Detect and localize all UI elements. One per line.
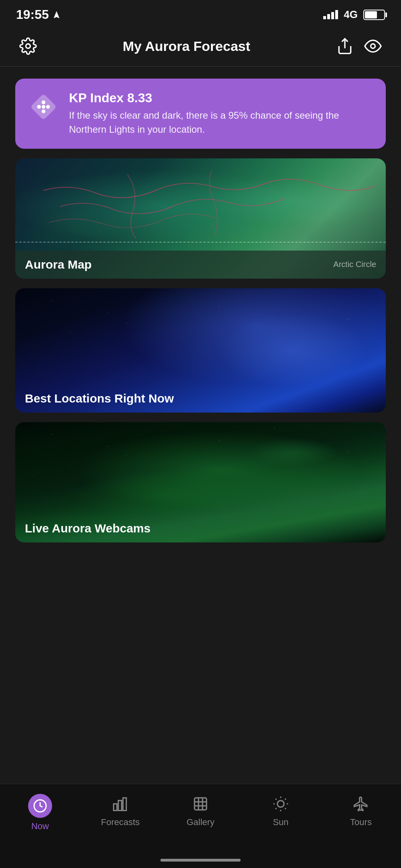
tab-gallery-label: Gallery [186, 817, 215, 828]
now-icon [28, 794, 52, 818]
tab-gallery[interactable]: Gallery [160, 791, 241, 828]
svg-point-2 [371, 44, 375, 49]
tab-sun-label: Sun [273, 817, 288, 828]
tab-forecasts[interactable]: Forecasts [80, 791, 160, 828]
signal-bar-2 [327, 14, 330, 19]
status-time: 19:55 [16, 7, 61, 22]
webcams-label-bar: Live Aurora Webcams [15, 514, 386, 542]
tab-bar: Now Forecasts Gallery [0, 784, 401, 868]
eye-icon [364, 37, 382, 55]
sun-icon [273, 796, 289, 812]
settings-button[interactable] [16, 34, 40, 58]
kp-description: If the sky is clear and dark, there is a… [69, 109, 374, 137]
svg-rect-10 [113, 804, 117, 811]
svg-line-17 [275, 799, 276, 799]
header: My Aurora Forecast [0, 26, 401, 66]
home-indicator [160, 859, 241, 862]
airplane-icon [353, 796, 369, 812]
svg-line-22 [285, 799, 286, 799]
svg-point-0 [26, 44, 30, 49]
status-bar: 19:55 4G [0, 0, 401, 26]
svg-point-14 [277, 801, 284, 807]
aurora-map-card[interactable]: Aurora Map Arctic Circle [15, 158, 386, 279]
gallery-icon [190, 794, 211, 814]
svg-point-5 [46, 105, 50, 108]
status-right: 4G [323, 8, 385, 21]
clock-icon [33, 799, 47, 813]
tab-now[interactable]: Now [0, 791, 80, 832]
kp-text-area: KP Index 8.33 If the sky is clear and da… [69, 91, 374, 137]
gear-icon [19, 37, 37, 55]
tab-sun[interactable]: Sun [241, 791, 321, 828]
live-webcams-card[interactable]: Live Aurora Webcams [15, 422, 386, 542]
locations-label-bar: Best Locations Right Now [15, 384, 386, 413]
bar-chart-icon [112, 796, 128, 812]
map-label-bar: Aurora Map Arctic Circle [15, 251, 386, 279]
page-title: My Aurora Forecast [40, 38, 333, 54]
visibility-button[interactable] [361, 34, 385, 58]
tab-now-label: Now [31, 821, 49, 832]
svg-line-21 [275, 808, 276, 809]
webcams-card-label: Live Aurora Webcams [25, 522, 150, 535]
tab-forecasts-label: Forecasts [101, 817, 140, 828]
signal-bars [323, 10, 338, 19]
share-icon [336, 37, 354, 55]
kp-title: KP Index 8.33 [69, 91, 374, 105]
svg-point-7 [41, 109, 45, 113]
header-divider [0, 66, 401, 67]
forecasts-icon [110, 794, 130, 814]
share-button[interactable] [333, 34, 357, 58]
locations-card-label: Best Locations Right Now [25, 392, 174, 405]
svg-point-4 [37, 105, 41, 108]
dice-svg [28, 92, 59, 122]
signal-bar-1 [323, 16, 326, 19]
signal-bar-4 [335, 10, 338, 19]
gallery-svg [192, 796, 209, 812]
navigation-icon [52, 10, 61, 19]
battery-fill [365, 11, 377, 18]
best-locations-card[interactable]: Best Locations Right Now [15, 288, 386, 413]
tab-tours-label: Tours [350, 817, 372, 828]
svg-rect-12 [123, 798, 126, 811]
sun-icon-container [271, 794, 291, 814]
svg-line-18 [285, 808, 286, 809]
tours-icon-container [351, 794, 371, 814]
arctic-circle-label: Arctic Circle [333, 260, 376, 269]
svg-point-8 [41, 105, 45, 108]
svg-rect-13 [194, 798, 207, 810]
arctic-circle-line [15, 242, 386, 243]
kp-dice-icon [27, 91, 59, 123]
kp-index-card[interactable]: KP Index 8.33 If the sky is clear and da… [15, 79, 386, 149]
network-type: 4G [344, 8, 358, 21]
map-card-label: Aurora Map [25, 258, 92, 271]
svg-rect-11 [118, 801, 122, 811]
main-content: KP Index 8.33 If the sky is clear and da… [0, 75, 401, 542]
signal-bar-3 [331, 12, 334, 19]
battery-icon [363, 10, 385, 20]
tab-tours[interactable]: Tours [321, 791, 401, 828]
svg-point-6 [41, 100, 45, 104]
